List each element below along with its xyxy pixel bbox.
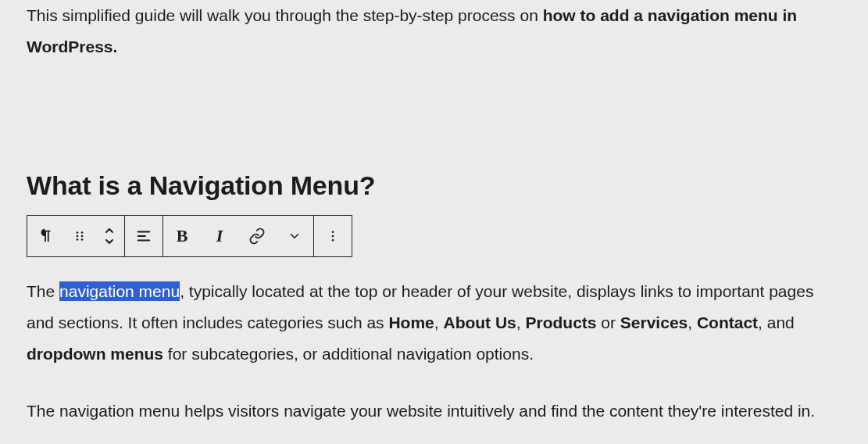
italic-button[interactable]: I [201, 216, 238, 256]
strong-text: dropdown menus [27, 345, 163, 363]
align-button[interactable] [125, 216, 163, 256]
toolbar-group-align [125, 216, 163, 256]
toolbar-group-block [27, 216, 125, 256]
text-run: The navigation menu helps visitors navig… [27, 402, 815, 420]
paragraph-icon [38, 227, 55, 245]
svg-point-9 [332, 231, 334, 233]
block-toolbar: B I [27, 215, 352, 257]
drag-icon [73, 229, 87, 243]
italic-icon: I [216, 226, 223, 246]
intro-text: This simplified guide will walk you thro… [27, 6, 543, 24]
bold-icon: B [177, 226, 188, 246]
svg-point-2 [77, 238, 79, 241]
link-button[interactable] [238, 216, 276, 256]
strong-text: Services [620, 313, 688, 331]
svg-point-4 [81, 235, 84, 237]
move-button[interactable] [95, 216, 124, 256]
strong-text: About Us [443, 313, 516, 331]
section-heading: What is a Navigation Menu? [27, 170, 841, 201]
toolbar-group-options [314, 216, 352, 256]
body-paragraph-1[interactable]: The navigation menu, typically located a… [27, 276, 841, 370]
kebab-icon [326, 227, 340, 245]
strong-text: Contact [697, 313, 758, 331]
svg-point-11 [332, 239, 334, 242]
block-type-button[interactable] [27, 216, 65, 256]
strong-text: Products [525, 313, 596, 331]
svg-point-5 [81, 238, 84, 241]
text-run: The [27, 282, 59, 300]
text-run: , [434, 313, 444, 331]
svg-point-1 [77, 235, 79, 237]
text-run: for subcategories, or additional navigat… [163, 345, 534, 363]
body-paragraph-2[interactable]: The navigation menu helps visitors navig… [27, 396, 841, 427]
drag-handle-button[interactable] [65, 216, 95, 256]
bold-button[interactable]: B [163, 216, 201, 256]
options-button[interactable] [314, 216, 352, 256]
link-icon [248, 227, 266, 245]
toolbar-group-format: B I [163, 216, 314, 256]
text-run: , [516, 313, 526, 331]
text-run: , and [758, 313, 795, 331]
chevron-down-icon [288, 229, 302, 243]
svg-point-3 [81, 231, 84, 234]
strong-text: Home [388, 313, 434, 331]
selected-text[interactable]: navigation menu [59, 281, 180, 301]
move-icon [103, 227, 116, 245]
svg-point-0 [77, 231, 79, 234]
svg-point-10 [332, 235, 334, 237]
align-left-icon [135, 227, 152, 245]
text-run: or [596, 313, 620, 331]
text-run: , [688, 313, 697, 331]
intro-paragraph: This simplified guide will walk you thro… [27, 0, 841, 63]
more-formatting-button[interactable] [276, 216, 313, 256]
